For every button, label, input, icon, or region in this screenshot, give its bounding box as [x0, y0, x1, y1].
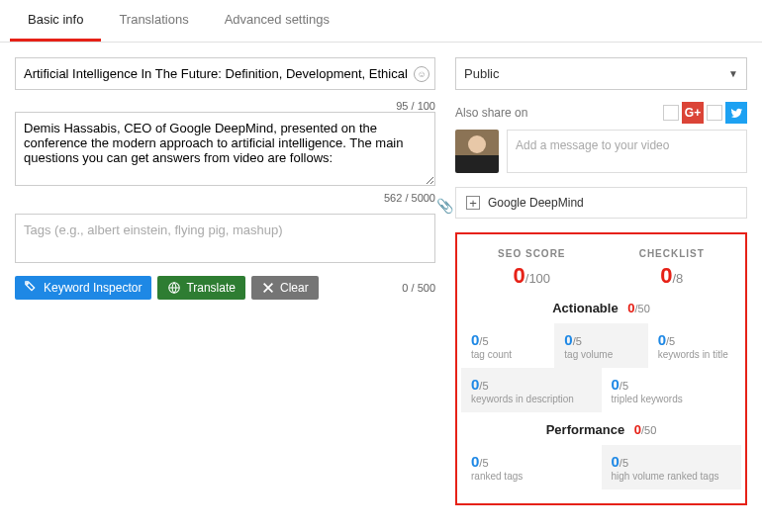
checklist-value: 0/8: [639, 263, 705, 289]
chevron-down-icon: ▼: [728, 68, 738, 79]
seo-score-value: 0/100: [498, 263, 565, 289]
button-label: Translate: [186, 281, 236, 295]
tab-bar: Basic info Translations Advanced setting…: [0, 0, 762, 43]
share-gplus-checkbox[interactable]: [663, 105, 679, 121]
suggested-tag-label: Google DeepMind: [488, 196, 584, 210]
seo-score-label: SEO SCORE: [498, 248, 565, 259]
metric-tag-volume: 0/5 tag volume: [554, 323, 647, 368]
tags-input[interactable]: [15, 214, 435, 263]
emoji-picker-icon[interactable]: ☺: [414, 66, 429, 82]
clear-button[interactable]: Clear: [251, 276, 319, 300]
description-char-count: 562 / 5000: [15, 192, 435, 204]
share-label: Also share on: [455, 106, 527, 120]
attachment-icon[interactable]: 📎: [436, 198, 453, 214]
actionable-header: Actionable 0/50: [461, 301, 741, 315]
metric-tag-count: 0/5 tag count: [461, 323, 554, 368]
title-char-count: 95 / 100: [15, 100, 435, 112]
button-label: Clear: [280, 281, 309, 295]
metric-high-volume-ranked: 0/5 high volume ranked tags: [602, 445, 742, 489]
metric-keywords-description: 0/5 keywords in description: [461, 368, 602, 412]
close-icon: [261, 281, 275, 295]
tags-char-count: 0 / 500: [402, 282, 435, 294]
share-twitter-checkbox[interactable]: [707, 105, 722, 121]
share-message-input[interactable]: Add a message to your video: [507, 130, 747, 173]
translate-button[interactable]: Translate: [157, 276, 245, 300]
privacy-value: Public: [464, 66, 499, 81]
tab-translations[interactable]: Translations: [101, 0, 206, 42]
tag-icon: [25, 281, 39, 295]
privacy-select[interactable]: Public ▼: [455, 57, 747, 90]
avatar: [455, 130, 499, 173]
metric-ranked-tags: 0/5 ranked tags: [461, 445, 602, 489]
plus-icon: +: [466, 196, 480, 210]
performance-header: Performance 0/50: [461, 422, 741, 437]
metric-keywords-title: 0/5 keywords in title: [648, 323, 741, 368]
suggested-tag[interactable]: + Google DeepMind: [455, 187, 747, 219]
seo-panel: SEO SCORE 0/100 CHECKLIST 0/8 Actionable…: [455, 232, 747, 505]
tab-basic-info[interactable]: Basic info: [10, 0, 101, 42]
twitter-icon[interactable]: [725, 102, 747, 124]
svg-point-0: [27, 283, 28, 284]
metric-tripled-keywords: 0/5 tripled keywords: [602, 368, 742, 412]
checklist-label: CHECKLIST: [639, 248, 705, 259]
globe-icon: [167, 281, 181, 295]
description-textarea[interactable]: Demis Hassabis, CEO of Google DeepMind, …: [15, 112, 435, 186]
button-label: Keyword Inspector: [44, 281, 142, 295]
gplus-icon[interactable]: G+: [682, 102, 704, 124]
title-input[interactable]: [15, 57, 435, 90]
keyword-inspector-button[interactable]: Keyword Inspector: [15, 276, 151, 300]
tab-advanced-settings[interactable]: Advanced settings: [207, 0, 347, 42]
